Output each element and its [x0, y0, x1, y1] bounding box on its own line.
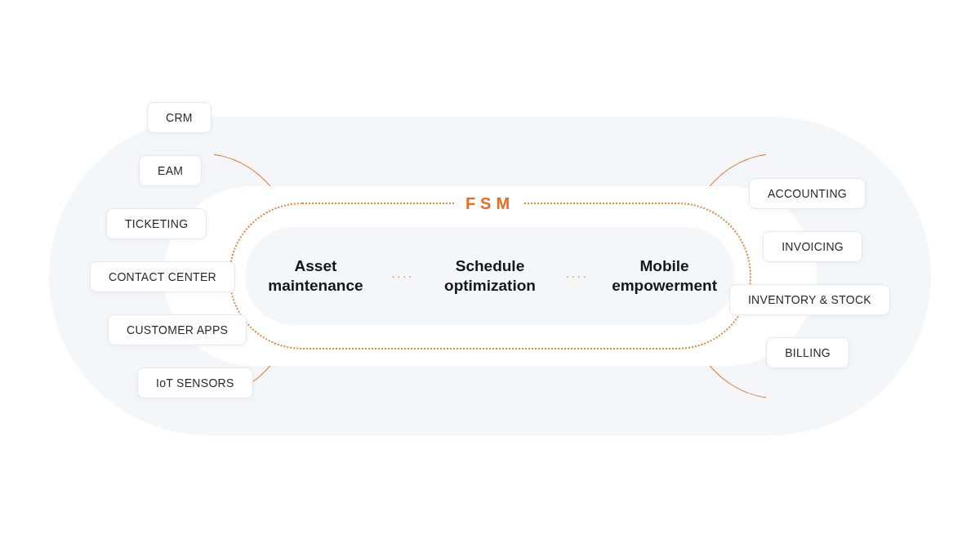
box-iot-sensors: IoT SENSORS — [137, 367, 253, 398]
dots-separator-icon: ···· — [566, 269, 589, 283]
box-invoicing: INVOICING — [763, 231, 862, 262]
box-billing: BILLING — [766, 337, 849, 368]
diagram-container: FSM Assetmaintenance ···· Scheduleoptimi… — [49, 117, 931, 435]
core-item-schedule: Scheduleoptimization — [429, 256, 551, 296]
mid-pill: FSM Assetmaintenance ···· Scheduleoptimi… — [163, 186, 817, 366]
box-contact-center: CONTACT CENTER — [90, 261, 235, 292]
box-accounting: ACCOUNTING — [749, 178, 866, 209]
core-item-asset: Assetmaintenance — [254, 256, 376, 296]
core-item-mobile: Mobileempowerment — [604, 256, 726, 296]
box-eam: EAM — [139, 155, 202, 186]
box-ticketing: TICKETING — [106, 208, 207, 239]
box-customer-apps: CUSTOMER APPS — [108, 314, 247, 345]
box-inventory: INVENTORY & STOCK — [729, 284, 890, 315]
dots-separator-icon: ···· — [391, 269, 414, 283]
core-pill: Assetmaintenance ···· Scheduleoptimizati… — [245, 227, 735, 325]
fsm-label: FSM — [456, 194, 524, 213]
box-crm: CRM — [147, 102, 212, 133]
